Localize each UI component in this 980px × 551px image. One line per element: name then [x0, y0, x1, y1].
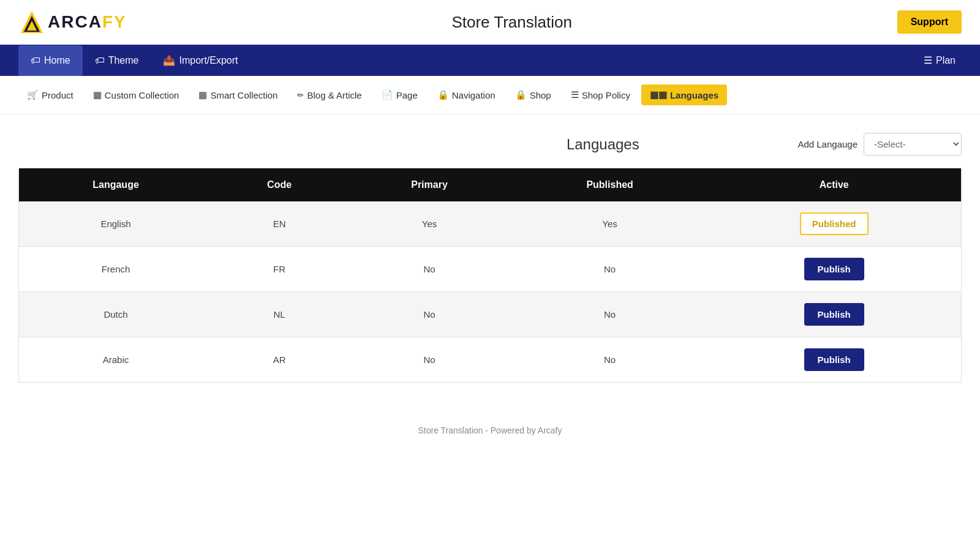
cell-code: EN: [213, 201, 346, 247]
col-primary: Primary: [346, 168, 513, 202]
languages-icon: ▦▦: [650, 89, 667, 100]
languages-title: Languages: [408, 136, 797, 153]
add-language-section: Add Langauge -Select-: [797, 133, 962, 156]
publish-button[interactable]: Publish: [804, 258, 864, 280]
sec-nav-shop-policy[interactable]: ☰ Shop Policy: [562, 84, 639, 105]
cell-primary: Yes: [346, 201, 513, 247]
navigation-icon: 🔒: [437, 89, 449, 100]
col-code: Code: [213, 168, 346, 202]
footer: Store Translation - Powered by Arcafy: [0, 401, 980, 448]
main-content: Languages Add Langauge -Select- Langauge…: [0, 114, 980, 401]
table-header-row: Langauge Code Primary Published Active: [19, 168, 962, 202]
sec-nav-navigation[interactable]: 🔒 Navigation: [429, 84, 504, 105]
cell-active: Publish: [707, 292, 961, 337]
add-language-select[interactable]: -Select-: [864, 133, 962, 156]
shop-policy-icon: ☰: [571, 89, 579, 100]
publish-button[interactable]: Publish: [804, 303, 864, 326]
page-icon: 📄: [382, 89, 393, 100]
cell-published: No: [513, 292, 707, 337]
theme-icon: 🏷: [95, 55, 105, 66]
table-header: Langauge Code Primary Published Active: [19, 168, 962, 202]
home-icon: 🏷: [31, 55, 40, 66]
plan-button[interactable]: ☰ Plan: [918, 45, 962, 76]
plan-icon: ☰: [924, 54, 932, 66]
sec-nav-product[interactable]: 🛒 Product: [18, 84, 82, 105]
logo-text: ARCA: [48, 12, 102, 32]
table-row: English EN Yes Yes Published: [19, 201, 962, 247]
support-button[interactable]: Support: [897, 10, 962, 34]
published-badge: Published: [800, 212, 869, 235]
cell-code: AR: [213, 337, 346, 383]
cell-active: Published: [707, 201, 961, 247]
logo-text-2: FY: [102, 12, 127, 32]
primary-nav: 🏷 Home 🏷 Theme 📤 Import/Export ☰ Plan: [0, 45, 980, 76]
cell-published: No: [513, 337, 707, 383]
col-published: Published: [513, 168, 707, 202]
cell-active: Publish: [707, 247, 961, 292]
nav-item-home[interactable]: 🏷 Home: [18, 45, 83, 76]
sec-nav-languages[interactable]: ▦▦ Languages: [641, 84, 727, 105]
cell-code: NL: [213, 292, 346, 337]
cell-language: Arabic: [19, 337, 213, 383]
cell-code: FR: [213, 247, 346, 292]
secondary-nav: 🛒 Product ▦ Custom Collection ▦ Smart Co…: [0, 76, 980, 114]
languages-table: Langauge Code Primary Published Active E…: [18, 168, 962, 383]
custom-collection-icon: ▦: [93, 89, 102, 100]
logo-icon: [18, 9, 45, 36]
table-row: Dutch NL No No Publish: [19, 292, 962, 337]
cell-primary: No: [346, 292, 513, 337]
cell-active: Publish: [707, 337, 961, 383]
table-row: Arabic AR No No Publish: [19, 337, 962, 383]
top-header: ARCAFY Store Translation Support: [0, 0, 980, 45]
cell-published: No: [513, 247, 707, 292]
cell-primary: No: [346, 247, 513, 292]
table-row: French FR No No Publish: [19, 247, 962, 292]
publish-button[interactable]: Publish: [804, 348, 864, 371]
col-active: Active: [707, 168, 961, 202]
page-title: Store Translation: [451, 13, 572, 32]
languages-header: Languages Add Langauge -Select-: [18, 133, 962, 156]
import-export-icon: 📤: [163, 54, 175, 66]
sec-nav-page[interactable]: 📄 Page: [373, 84, 426, 105]
footer-text: Store Translation - Powered by Arcafy: [418, 425, 562, 435]
cell-language: English: [19, 201, 213, 247]
nav-item-theme[interactable]: 🏷 Theme: [83, 45, 151, 76]
sec-nav-shop[interactable]: 🔒 Shop: [507, 84, 560, 105]
col-language: Langauge: [19, 168, 213, 202]
smart-collection-icon: ▦: [198, 89, 207, 100]
add-language-label: Add Langauge: [797, 139, 858, 149]
nav-item-import-export[interactable]: 📤 Import/Export: [151, 45, 250, 76]
shop-icon: 🔒: [515, 89, 527, 100]
product-icon: 🛒: [27, 89, 39, 100]
sec-nav-custom-collection[interactable]: ▦ Custom Collection: [85, 84, 188, 105]
sec-nav-blog-article[interactable]: ✏ Blog & Article: [288, 85, 370, 105]
sec-nav-smart-collection[interactable]: ▦ Smart Collection: [190, 84, 286, 105]
cell-language: French: [19, 247, 213, 292]
primary-nav-left: 🏷 Home 🏷 Theme 📤 Import/Export: [18, 45, 251, 76]
blog-article-icon: ✏: [297, 91, 304, 100]
cell-language: Dutch: [19, 292, 213, 337]
table-body: English EN Yes Yes Published French FR N…: [19, 201, 962, 383]
cell-primary: No: [346, 337, 513, 383]
logo: ARCAFY: [18, 9, 127, 36]
cell-published: Yes: [513, 201, 707, 247]
